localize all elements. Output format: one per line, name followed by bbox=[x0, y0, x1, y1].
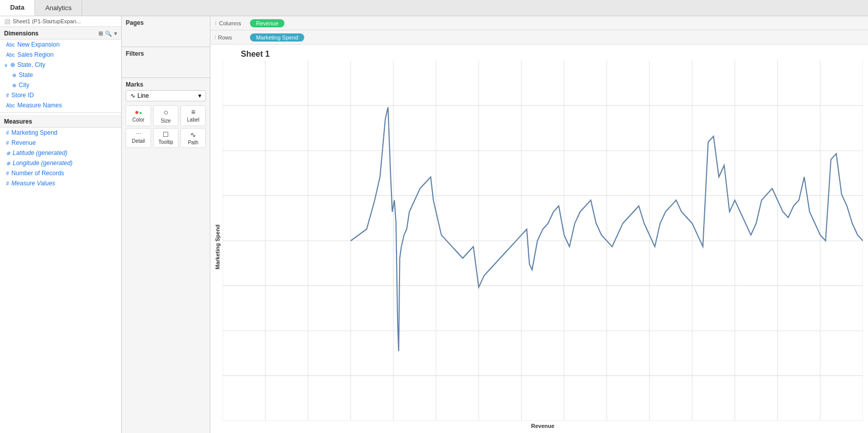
meas-label: Latitude (generated) bbox=[13, 149, 67, 156]
rows-text: Rows bbox=[218, 34, 232, 41]
sheet-label: Sheet1 (P1-StartupExpan... bbox=[13, 18, 81, 24]
geo-icon: ⊕ bbox=[12, 83, 16, 88]
chevron-icon[interactable]: ▾ bbox=[114, 30, 117, 37]
dim-label: City bbox=[19, 82, 29, 89]
columns-text: Columns bbox=[219, 20, 241, 26]
chart-title: Sheet 1 bbox=[210, 50, 863, 61]
dimensions-icons: ⊞ 🔍 ▾ bbox=[98, 30, 117, 37]
mark-path-btn[interactable]: ∿ Path bbox=[180, 128, 206, 148]
line-icon: ∿ bbox=[130, 92, 135, 99]
mark-size-btn[interactable]: ○ Size bbox=[153, 105, 178, 126]
dim-new-expansion[interactable]: Abc New Expansion bbox=[0, 40, 121, 50]
dim-store-id[interactable]: # Store ID bbox=[0, 90, 121, 100]
meas-measure-values[interactable]: # Measure Values bbox=[0, 178, 121, 188]
chart-area: Sheet 1 Marketing Spend bbox=[210, 45, 868, 433]
dim-label: State, City bbox=[17, 61, 45, 68]
geo-icon: ⊕ bbox=[12, 72, 16, 78]
hash-icon: # bbox=[6, 181, 9, 186]
geo-icon: ⊕ bbox=[6, 150, 10, 156]
mark-size-label: Size bbox=[161, 118, 170, 124]
rows-icon: ⁝ bbox=[214, 34, 216, 40]
marks-grid: ●● Color ○ Size ≡ Label ⋯ Detail ☐ Too bbox=[126, 105, 206, 148]
dim-label: New Expansion bbox=[17, 41, 59, 48]
hash-icon: # bbox=[6, 130, 9, 136]
tooltip-icon: ☐ bbox=[163, 131, 169, 138]
chart-inner: 4000 3500 3000 2500 2000 1500 1000 500 0… bbox=[223, 61, 863, 433]
meas-label: Marketing Spend bbox=[12, 129, 58, 136]
dimensions-header[interactable]: Dimensions ⊞ 🔍 ▾ bbox=[0, 27, 121, 40]
separator bbox=[0, 112, 121, 113]
rows-label: ⁝ Rows bbox=[214, 34, 250, 41]
geo-icon: ⊕ bbox=[6, 161, 10, 166]
filters-content bbox=[126, 59, 206, 74]
dim-state-city-group[interactable]: ∨ ⊕ State, City bbox=[0, 60, 121, 70]
meas-revenue[interactable]: # Revenue bbox=[0, 138, 121, 148]
tab-data[interactable]: Data bbox=[0, 0, 35, 16]
search-icon[interactable]: 🔍 bbox=[105, 30, 112, 37]
meas-longitude[interactable]: ⊕ Longitude (generated) bbox=[0, 158, 121, 168]
expand-icon: ∨ bbox=[4, 62, 8, 68]
color-icon: ●● bbox=[135, 108, 142, 116]
geo-group-icon: ⊕ bbox=[10, 61, 15, 68]
middle-panel: Pages Filters Marks ∿ Line ▾ ●● Color bbox=[122, 16, 210, 433]
hash-icon: # bbox=[6, 93, 9, 98]
mark-detail-btn[interactable]: ⋯ Detail bbox=[126, 128, 151, 148]
abc-icon: Abc bbox=[6, 42, 15, 48]
pages-title: Pages bbox=[126, 19, 206, 26]
marks-title: Marks bbox=[126, 81, 206, 88]
sheet-row[interactable]: ⬜ Sheet1 (P1-StartupExpan... bbox=[0, 16, 121, 27]
measures-label: Measures bbox=[4, 118, 32, 125]
meas-label: Revenue bbox=[12, 139, 36, 146]
hash-icon: # bbox=[6, 171, 9, 176]
pages-content bbox=[126, 28, 206, 44]
abc-icon: Abc bbox=[6, 103, 15, 108]
dim-label: Store ID bbox=[12, 92, 34, 99]
left-panel: ⬜ Sheet1 (P1-StartupExpan... Dimensions … bbox=[0, 16, 122, 433]
size-icon: ○ bbox=[163, 108, 168, 117]
meas-label: Number of Records bbox=[12, 170, 64, 177]
grid-icon[interactable]: ⊞ bbox=[98, 30, 103, 37]
dim-city[interactable]: ⊕ City bbox=[0, 80, 121, 90]
top-tabs: Data Analytics bbox=[0, 0, 868, 16]
marks-type-dropdown[interactable]: ∿ Line ▾ bbox=[126, 90, 206, 101]
columns-shelf: ⫶ Columns Revenue bbox=[210, 16, 868, 30]
dim-label: State bbox=[19, 71, 33, 78]
mark-tooltip-label: Tooltip bbox=[159, 139, 173, 145]
chart-container: Marketing Spend bbox=[210, 61, 863, 433]
mark-path-label: Path bbox=[188, 140, 199, 145]
filters-section: Filters bbox=[122, 47, 210, 78]
dim-state[interactable]: ⊕ State bbox=[0, 70, 121, 80]
path-icon: ∿ bbox=[190, 131, 196, 139]
y-axis-label: Marketing Spend bbox=[212, 61, 223, 433]
mark-color-label: Color bbox=[132, 117, 144, 123]
main-layout: ⬜ Sheet1 (P1-StartupExpan... Dimensions … bbox=[0, 16, 868, 433]
sheet-icon: ⬜ bbox=[4, 19, 10, 24]
columns-icon: ⫶ bbox=[214, 20, 217, 26]
chart-svg-area: 4000 3500 3000 2500 2000 1500 1000 500 0… bbox=[223, 61, 863, 421]
dim-label: Measure Names bbox=[17, 102, 62, 109]
dim-sales-region[interactable]: Abc Sales Region bbox=[0, 50, 121, 60]
columns-pill[interactable]: Revenue bbox=[250, 19, 284, 27]
mark-label-btn[interactable]: ≡ Label bbox=[180, 105, 206, 126]
filters-title: Filters bbox=[126, 50, 206, 57]
mark-color-btn[interactable]: ●● Color bbox=[126, 105, 151, 126]
mark-tooltip-btn[interactable]: ☐ Tooltip bbox=[153, 128, 178, 148]
marks-section: Marks ∿ Line ▾ ●● Color ○ Size ≡ bbox=[122, 78, 210, 151]
meas-latitude[interactable]: ⊕ Latitude (generated) bbox=[0, 148, 121, 158]
dim-measure-names[interactable]: Abc Measure Names bbox=[0, 100, 121, 110]
columns-label: ⫶ Columns bbox=[214, 20, 250, 26]
tab-analytics[interactable]: Analytics bbox=[35, 0, 82, 16]
hash-icon: # bbox=[6, 140, 9, 146]
rows-shelf: ⁝ Rows Marketing Spend bbox=[210, 30, 868, 45]
meas-marketing-spend[interactable]: # Marketing Spend bbox=[0, 128, 121, 138]
rows-pill[interactable]: Marketing Spend bbox=[250, 33, 304, 42]
label-icon: ≡ bbox=[191, 108, 195, 116]
pages-section: Pages bbox=[122, 16, 210, 47]
meas-num-records[interactable]: # Number of Records bbox=[0, 168, 121, 178]
mark-detail-label: Detail bbox=[132, 138, 145, 144]
measures-header[interactable]: Measures bbox=[0, 115, 121, 128]
dimensions-label: Dimensions bbox=[4, 30, 39, 37]
meas-label: Longitude (generated) bbox=[13, 160, 73, 167]
x-axis-label: Revenue bbox=[223, 421, 863, 433]
marks-type-label: Line bbox=[137, 92, 149, 99]
